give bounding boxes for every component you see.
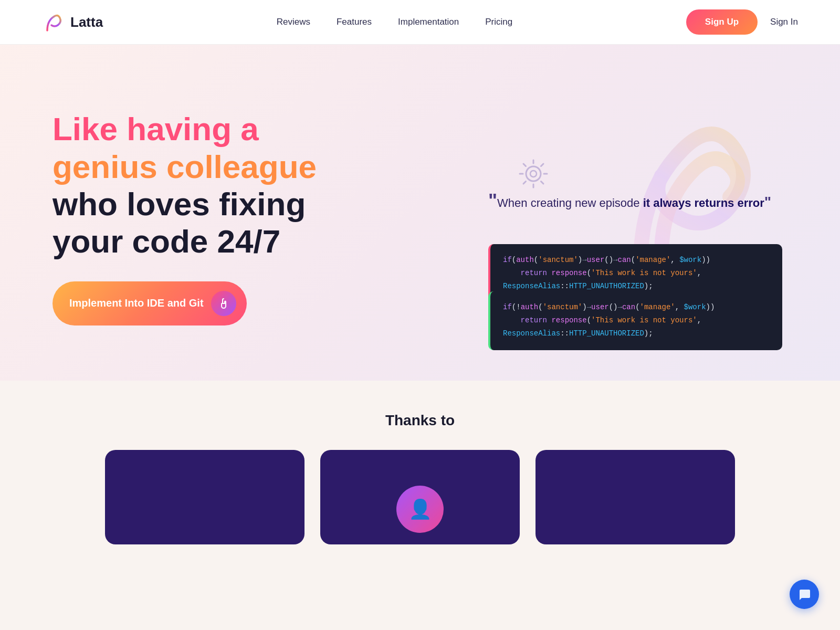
card-avatar: 👤 bbox=[396, 486, 444, 533]
cta-icon bbox=[211, 291, 236, 316]
quote-open: " bbox=[488, 190, 497, 212]
code-line4: return response('This work is not yours'… bbox=[503, 314, 770, 340]
svg-line-8 bbox=[523, 182, 526, 184]
thanks-title: Thanks to bbox=[42, 412, 798, 429]
cta-label: Implement Into IDE and Git bbox=[69, 297, 204, 309]
svg-line-7 bbox=[541, 182, 544, 184]
cta-button[interactable]: Implement Into IDE and Git bbox=[52, 281, 247, 326]
svg-point-1 bbox=[530, 171, 537, 177]
headline-line1: Like having a bbox=[52, 110, 346, 148]
code-line3: if(!auth('sanctum')→user()→can('manage',… bbox=[503, 301, 770, 314]
thanks-section: Thanks to 👤 bbox=[0, 381, 840, 544]
card-2: 👤 bbox=[320, 450, 520, 544]
logo[interactable]: Latta bbox=[42, 10, 103, 34]
hero-right: "When creating new episode it always ret… bbox=[472, 87, 798, 349]
nav-pricing[interactable]: Pricing bbox=[485, 17, 512, 27]
hero-headline: Like having a genius colleague who loves… bbox=[52, 110, 346, 260]
svg-point-0 bbox=[526, 166, 541, 181]
gear-icon bbox=[514, 155, 552, 193]
svg-line-6 bbox=[523, 164, 526, 166]
quote-normal: When creating new episode bbox=[497, 196, 643, 209]
card-3 bbox=[536, 450, 735, 544]
quote-close: " bbox=[764, 194, 771, 210]
card-1 bbox=[105, 450, 304, 544]
quote-bold: it always returns error bbox=[643, 196, 764, 209]
nav-features[interactable]: Features bbox=[337, 17, 372, 27]
svg-line-9 bbox=[541, 164, 544, 166]
chat-bubble[interactable] bbox=[790, 580, 819, 609]
headline-line3: who loves fixing your code 24/7 bbox=[52, 185, 346, 260]
hand-icon bbox=[217, 297, 230, 310]
code-block-fixed: if(!auth('sanctum')→user()→can('manage',… bbox=[488, 291, 782, 350]
signin-button[interactable]: Sign In bbox=[770, 17, 798, 27]
brand-name: Latta bbox=[70, 14, 103, 30]
hero-section: Like having a genius colleague who loves… bbox=[0, 45, 840, 381]
logo-icon bbox=[42, 10, 65, 34]
headline-line2: genius colleague bbox=[52, 148, 346, 185]
nav-actions: Sign Up Sign In bbox=[686, 9, 798, 35]
nav-implementation[interactable]: Implementation bbox=[398, 17, 459, 27]
nav-reviews[interactable]: Reviews bbox=[277, 17, 310, 27]
cards-row: 👤 bbox=[42, 450, 798, 544]
quote-text: "When creating new episode it always ret… bbox=[488, 192, 771, 212]
navbar: Latta Reviews Features Implementation Pr… bbox=[0, 0, 840, 45]
signup-button[interactable]: Sign Up bbox=[686, 9, 758, 35]
nav-links: Reviews Features Implementation Pricing bbox=[277, 17, 513, 27]
code-line2: return response('This work is not yours'… bbox=[503, 267, 770, 293]
hero-left: Like having a genius colleague who loves… bbox=[52, 110, 346, 325]
code-line1: if(auth('sanctum')→user()→can('manage', … bbox=[503, 254, 770, 267]
chat-icon bbox=[797, 587, 811, 601]
